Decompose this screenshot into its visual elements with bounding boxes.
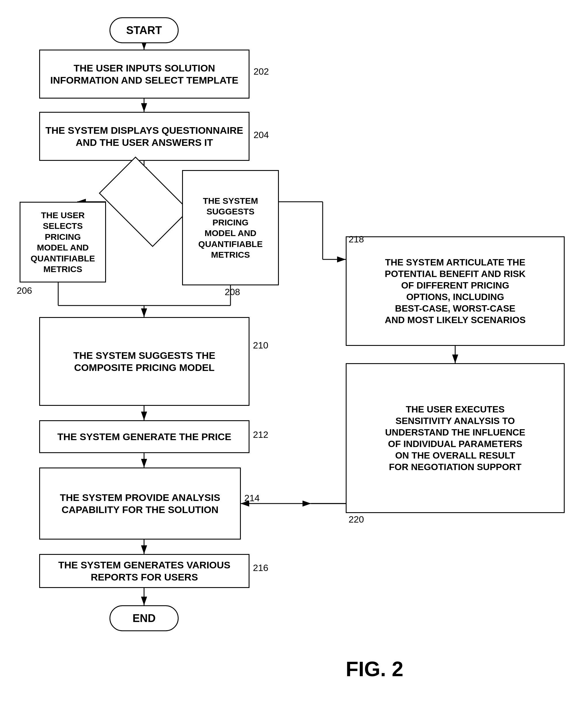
node-220: THE USER EXECUTES SENSITIVITY ANALYSIS T… (346, 363, 565, 513)
ref-218: 218 (349, 234, 364, 245)
node-210-label: THE SYSTEM SUGGESTS THE COMPOSITE PRICIN… (73, 349, 215, 374)
diagram-container: START THE USER INPUTS SOLUTION INFORMATI… (0, 0, 588, 720)
node-214: THE SYSTEM PROVIDE ANALYSIS CAPABILITY F… (39, 468, 241, 539)
figure-title: FIG. 2 (346, 657, 403, 680)
diamond-shape (99, 157, 189, 247)
node-204-label: THE SYSTEM DISPLAYS QUESTIONNAIRE AND TH… (45, 124, 243, 149)
node-212: THE SYSTEM GENERATE THE PRICE (39, 420, 250, 453)
node-216-label: THE SYSTEM GENERATES VARIOUS REPORTS FOR… (58, 559, 230, 583)
ref-214: 214 (244, 493, 259, 503)
node-206-label: THE USER SELECTS PRICING MODEL AND QUANT… (26, 210, 100, 275)
ref-206: 206 (17, 285, 32, 296)
ref-212: 212 (253, 430, 268, 440)
node-208-label: THE SYSTEM SUGGESTS PRICING MODEL AND QU… (188, 196, 273, 260)
node-210: THE SYSTEM SUGGESTS THE COMPOSITE PRICIN… (39, 317, 250, 406)
node-208: THE SYSTEM SUGGESTS PRICING MODEL AND QU… (182, 170, 279, 285)
ref-208: 208 (225, 287, 240, 297)
node-214-label: THE SYSTEM PROVIDE ANALYSIS CAPABILITY F… (60, 491, 220, 516)
end-node: END (109, 605, 178, 631)
ref-216: 216 (253, 563, 268, 573)
diamond-node (106, 176, 182, 228)
ref-220: 220 (349, 514, 364, 525)
ref-202: 202 (253, 66, 269, 77)
node-220-label: THE USER EXECUTES SENSITIVITY ANALYSIS T… (385, 404, 525, 473)
node-218: THE SYSTEM ARTICULATE THE POTENTIAL BENE… (346, 236, 565, 346)
node-202: THE USER INPUTS SOLUTION INFORMATION AND… (39, 49, 250, 99)
node-202-label: THE USER INPUTS SOLUTION INFORMATION AND… (50, 62, 238, 86)
start-label: START (126, 24, 162, 37)
start-node: START (109, 17, 178, 43)
node-212-label: THE SYSTEM GENERATE THE PRICE (57, 431, 231, 443)
end-label: END (132, 612, 155, 624)
figure-label: FIG. 2 (346, 657, 403, 681)
node-204: THE SYSTEM DISPLAYS QUESTIONNAIRE AND TH… (39, 112, 250, 161)
ref-204: 204 (253, 130, 269, 140)
node-216: THE SYSTEM GENERATES VARIOUS REPORTS FOR… (39, 554, 250, 588)
ref-210: 210 (253, 340, 268, 351)
node-218-label: THE SYSTEM ARTICULATE THE POTENTIAL BENE… (385, 256, 526, 326)
node-206: THE USER SELECTS PRICING MODEL AND QUANT… (20, 202, 106, 283)
